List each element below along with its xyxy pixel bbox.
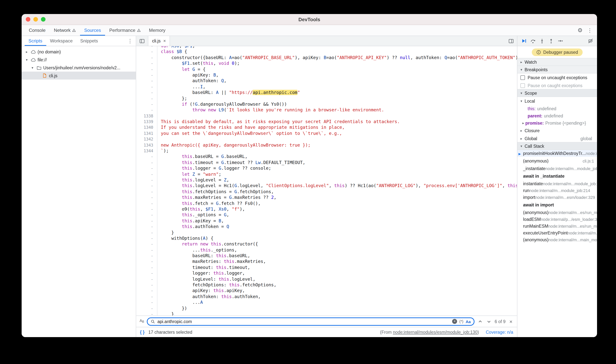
- close-tab-icon[interactable]: ×: [163, 38, 166, 44]
- pretty-print-icon[interactable]: { }: [140, 330, 144, 335]
- line-number[interactable]: -: [136, 265, 157, 271]
- tab-sources[interactable]: Sources: [80, 25, 105, 36]
- deactivate-breakpoints-icon[interactable]: [588, 38, 594, 44]
- tab-console[interactable]: Console: [25, 25, 50, 36]
- scope-prop-promise[interactable]: ▸promise:Promise {<pending>}: [517, 119, 597, 127]
- line-number[interactable]: -: [136, 171, 157, 177]
- tab-performance[interactable]: Performance: [105, 25, 145, 36]
- navigator-tab-snippets[interactable]: Snippets: [76, 36, 102, 46]
- line-number[interactable]: -: [136, 236, 157, 241]
- line-number[interactable]: -: [136, 299, 157, 305]
- checkbox[interactable]: [520, 83, 525, 88]
- call-stack-frame[interactable]: loadESMnode:internal/p.../esm_loader:34: [517, 216, 597, 223]
- line-number[interactable]: -: [136, 224, 157, 230]
- match-case-toggle-icon[interactable]: Aa: [466, 319, 471, 324]
- chevron-down-icon[interactable]: ▾: [30, 66, 35, 69]
- line-number[interactable]: 1339: [136, 119, 157, 125]
- section-watch[interactable]: ▸ Watch: [517, 58, 597, 66]
- line-number[interactable]: -: [136, 253, 157, 259]
- tree-item-file-[interactable]: ▾file://: [22, 56, 136, 64]
- call-stack-frame[interactable]: importnode:internal/m...esm/loader:329: [517, 194, 597, 201]
- search-input[interactable]: [157, 319, 450, 324]
- toggle-debugger-sidebar-icon[interactable]: [505, 38, 517, 44]
- scope-group-global[interactable]: ▸Globalglobal: [517, 134, 597, 143]
- line-number[interactable]: -: [136, 189, 157, 195]
- chevron-down-icon[interactable]: ▾: [25, 58, 29, 62]
- line-number[interactable]: -: [136, 84, 157, 90]
- call-stack-frame[interactable]: _instantiatenode:internal/m...module_job…: [517, 165, 597, 172]
- line-number[interactable]: -: [136, 154, 157, 160]
- call-stack-frame[interactable]: executeUserEntryPointnode:internal/m...s…: [517, 230, 597, 236]
- call-stack-frame[interactable]: (anonymous)node:internal/m...main_module…: [517, 236, 597, 243]
- line-number[interactable]: -: [136, 72, 157, 78]
- call-stack-frame[interactable]: (anonymous)node:internal/m...es/run_main…: [517, 209, 597, 216]
- previous-match-icon[interactable]: [477, 319, 483, 324]
- line-number[interactable]: -: [136, 241, 157, 247]
- navigator-tab-scripts[interactable]: Scripts: [25, 36, 46, 46]
- more-options-icon[interactable]: ⋮: [587, 27, 592, 33]
- line-number[interactable]: 1344: [136, 148, 157, 154]
- step-over-icon[interactable]: [530, 38, 536, 44]
- close-search-icon[interactable]: ×: [508, 318, 514, 325]
- line-number[interactable]: -: [136, 207, 157, 212]
- line-number[interactable]: -: [136, 282, 157, 288]
- code-editor[interactable]: -var Xs0, $F1;-class $B {- constructor({…: [136, 46, 517, 315]
- line-number[interactable]: -: [136, 160, 157, 166]
- line-number[interactable]: -: [136, 288, 157, 294]
- step-icon[interactable]: [557, 38, 563, 44]
- line-number[interactable]: -: [136, 46, 157, 49]
- checkbox[interactable]: [520, 75, 525, 80]
- line-number[interactable]: -: [136, 90, 157, 96]
- line-number[interactable]: -: [136, 177, 157, 183]
- line-number[interactable]: -: [136, 230, 157, 236]
- line-number[interactable]: -: [136, 61, 157, 66]
- line-number[interactable]: -: [136, 55, 157, 61]
- tab-network[interactable]: Network: [50, 25, 80, 36]
- line-number[interactable]: -: [136, 276, 157, 282]
- breakpoint-option[interactable]: Pause on caught exceptions: [517, 81, 597, 89]
- editor-tab-clijs[interactable]: cli.js ×: [148, 36, 170, 46]
- line-number[interactable]: 1341: [136, 131, 157, 137]
- section-callstack[interactable]: ▾ Call Stack: [517, 142, 597, 150]
- line-number[interactable]: -: [136, 195, 157, 201]
- line-number[interactable]: 1340: [136, 125, 157, 131]
- line-number[interactable]: -: [136, 294, 157, 300]
- line-number[interactable]: -: [136, 212, 157, 218]
- call-stack-frame[interactable]: runMainESMnode:internal/m...es/run_main:…: [517, 223, 597, 230]
- coverage-link[interactable]: Coverage: n/a: [486, 330, 513, 335]
- tree-item-cli-js[interactable]: cli.js: [22, 72, 136, 79]
- tree-item--no-domain-[interactable]: ▸(no domain): [22, 48, 136, 56]
- search-input-box[interactable]: × (*) Aa: [147, 317, 475, 325]
- clear-search-icon[interactable]: ×: [452, 319, 457, 324]
- line-number[interactable]: -: [136, 107, 157, 113]
- tab-memory[interactable]: Memory: [145, 25, 170, 36]
- replace-toggle-icon[interactable]: AB: [140, 319, 144, 324]
- line-number[interactable]: -: [136, 218, 157, 224]
- resume-script-icon[interactable]: [521, 38, 527, 44]
- chevron-right-icon[interactable]: ▸: [25, 50, 29, 54]
- regex-toggle-icon[interactable]: (*): [459, 319, 463, 324]
- scope-group-local[interactable]: ▾Local: [517, 97, 597, 105]
- line-number[interactable]: -: [136, 78, 157, 84]
- step-into-icon[interactable]: [539, 38, 545, 44]
- navigator-more-icon[interactable]: ⋮: [127, 38, 136, 44]
- line-number[interactable]: -: [136, 311, 157, 315]
- breakpoint-option[interactable]: Pause on uncaught exceptions: [517, 74, 597, 81]
- line-number[interactable]: -: [136, 201, 157, 207]
- source-origin-link[interactable]: node:internal/modules/esm/module_job:130: [393, 330, 477, 335]
- next-match-icon[interactable]: [486, 319, 492, 324]
- line-number[interactable]: -: [136, 66, 157, 72]
- line-number[interactable]: -: [136, 183, 157, 189]
- line-number[interactable]: -: [136, 102, 157, 107]
- line-number[interactable]: 1338: [136, 113, 157, 119]
- call-stack-frame[interactable]: instantiatenode:internal/m...module_job:…: [517, 180, 597, 187]
- line-number[interactable]: -: [136, 247, 157, 253]
- line-number[interactable]: -: [136, 271, 157, 276]
- step-out-icon[interactable]: [548, 38, 554, 44]
- settings-gear-icon[interactable]: ⚙: [577, 27, 583, 34]
- tree-item-users-jinhuilee-nvm-versions-node-v2-[interactable]: ▾Users/jinhuilee/.nvm/versions/node/v2..…: [22, 64, 136, 72]
- line-number[interactable]: -: [136, 305, 157, 311]
- line-number[interactable]: -: [136, 259, 157, 265]
- navigator-tab-workspace[interactable]: Workspace: [46, 36, 76, 46]
- line-number[interactable]: -: [136, 49, 157, 55]
